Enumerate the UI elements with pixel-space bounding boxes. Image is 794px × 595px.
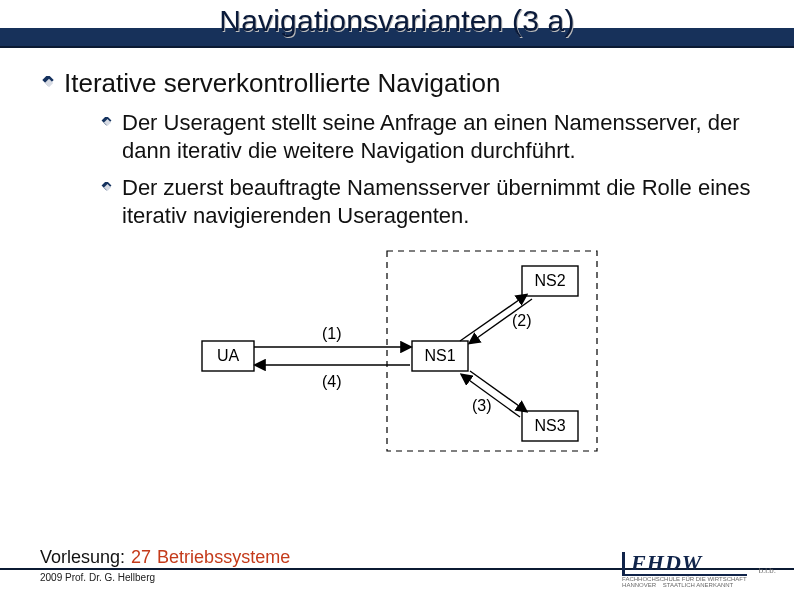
main-bullet-text: Iterative serverkontrollierte Navigation	[64, 68, 500, 99]
footer-subject: Betriebssysteme	[157, 547, 290, 568]
edge-label-2: (2)	[512, 312, 532, 329]
edge-label-3: (3)	[472, 397, 492, 414]
bib-logo-text: b.i.b.	[759, 566, 776, 575]
ns3-label: NS3	[534, 417, 565, 434]
edge-label-4: (4)	[322, 373, 342, 390]
navigation-diagram: UA NS1 NS2 NS3 (1) (2) (3) (4)	[182, 241, 612, 461]
sub-bullet-list: Der Useragent stellt seine Anfrage an ei…	[100, 109, 754, 229]
slide-title: Navigationsvarianten (3 a)	[0, 4, 794, 38]
title-bar: Navigationsvarianten (3 a)	[0, 0, 794, 48]
sub-bullet-row: Der Useragent stellt seine Anfrage an ei…	[100, 109, 754, 164]
footer-label: Vorlesung:	[40, 547, 125, 568]
fhdw-logo: FHDW FACHHOCHSCHULE FÜR DIE WIRTSCHAFT H…	[622, 552, 747, 589]
fhdw-logo-text: FHDW	[622, 552, 747, 576]
main-bullet-row: Iterative serverkontrollierte Navigation	[40, 68, 754, 99]
ns2-label: NS2	[534, 272, 565, 289]
diamond-bullet-icon	[100, 117, 112, 129]
slide-footer: Vorlesung: 27 Betriebssysteme 2009 Prof.…	[0, 547, 794, 595]
diamond-bullet-icon	[40, 76, 54, 90]
sub-bullet-row: Der zuerst beauftragte Namensserver über…	[100, 174, 754, 229]
slide-content: Iterative serverkontrollierte Navigation…	[0, 48, 794, 461]
sub-bullet-text: Der Useragent stellt seine Anfrage an ei…	[122, 109, 754, 164]
edge-label-1: (1)	[322, 325, 342, 342]
footer-page-number: 27	[131, 547, 151, 568]
logo-area: FHDW FACHHOCHSCHULE FÜR DIE WIRTSCHAFT H…	[622, 552, 776, 589]
ua-label: UA	[217, 347, 240, 364]
ns1-label: NS1	[424, 347, 455, 364]
fhdw-logo-subtext: FACHHOCHSCHULE FÜR DIE WIRTSCHAFT HANNOV…	[622, 576, 747, 589]
sub-bullet-text: Der zuerst beauftragte Namensserver über…	[122, 174, 754, 229]
diamond-bullet-icon	[100, 182, 112, 194]
